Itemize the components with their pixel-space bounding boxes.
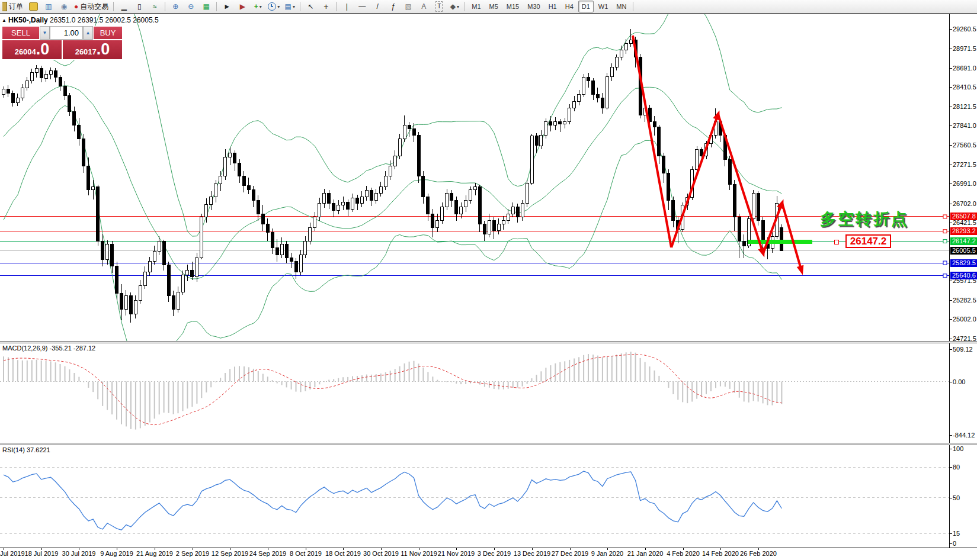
price-tick-label: 27271.5 xyxy=(953,161,976,168)
horizontal-line-button[interactable]: — xyxy=(355,1,369,12)
timeframe-button-MN[interactable]: MN xyxy=(613,1,630,12)
date-tick xyxy=(720,548,721,550)
vertical-line-button[interactable]: | xyxy=(339,1,354,12)
timeframe-button-W1[interactable]: W1 xyxy=(595,1,612,12)
periods-button[interactable]: ▾ xyxy=(266,1,281,12)
buy-price-main: 26017 xyxy=(75,42,97,56)
shapes-icon: ◆ xyxy=(450,2,456,11)
level-line-handle[interactable] xyxy=(834,240,839,244)
price-tick-label: 28691.0 xyxy=(953,65,976,72)
level-price-callout[interactable]: 26147.2 xyxy=(845,234,891,248)
sell-button[interactable]: SELL xyxy=(2,26,40,40)
macd-axis-label: 0.00 xyxy=(953,378,965,385)
autotrading-button[interactable]: ● 自动交易 xyxy=(72,1,110,12)
clock-icon xyxy=(268,2,276,11)
price-tick xyxy=(949,184,952,184)
date-label: 9 Jan 2020 xyxy=(591,550,623,557)
rsi-splitter[interactable] xyxy=(0,443,977,445)
buy-button[interactable]: BUY xyxy=(93,26,123,40)
timeframe-button-D1[interactable]: D1 xyxy=(578,1,594,12)
toolbar-separator xyxy=(633,2,633,11)
rsi-tick xyxy=(949,543,952,544)
sell-price[interactable]: 26004 .0 xyxy=(2,40,62,60)
rsi-panel[interactable] xyxy=(0,445,949,548)
macd-splitter[interactable] xyxy=(0,341,977,343)
timeframe-button-H1[interactable]: H1 xyxy=(545,1,560,12)
timeframe-button-H4[interactable]: H4 xyxy=(562,1,577,12)
auto-scroll-button[interactable]: ▶ xyxy=(235,1,249,12)
timeframe-toolbar: M1M5M15M30H1H4D1W1MN xyxy=(467,1,630,12)
dropdown-icon: ▾ xyxy=(457,4,459,9)
add-indicator-button[interactable]: +▾ xyxy=(251,1,265,12)
toolbar-separator xyxy=(113,2,114,11)
rsi-axis-label: 50 xyxy=(953,494,960,501)
xaxis-border xyxy=(0,548,977,548)
macd-label: MACD(12,26,9) -355.21 -287.12 xyxy=(2,345,95,352)
text-label-button[interactable]: T xyxy=(432,1,446,12)
shapes-button[interactable]: ◆▾ xyxy=(447,1,462,12)
price-tick xyxy=(949,49,952,49)
date-tick xyxy=(155,548,155,550)
chart-window-button[interactable] xyxy=(26,1,40,12)
add-indicator-icon: + xyxy=(254,2,258,11)
main-chart[interactable] xyxy=(0,14,949,341)
trendline-button[interactable]: / xyxy=(370,1,385,12)
price-tick-label: 27841.0 xyxy=(953,122,976,129)
zoom-out-button[interactable]: ⊖ xyxy=(184,1,198,12)
signals-button[interactable]: ◉ xyxy=(57,1,71,12)
fibonacci-button[interactable]: ƒ xyxy=(386,1,400,12)
chart-shift-button[interactable]: ► xyxy=(220,1,234,12)
timeframe-button-M15[interactable]: M15 xyxy=(503,1,523,12)
cursor-button[interactable]: ↖ xyxy=(303,1,318,12)
zoom-out-icon: ⊖ xyxy=(188,2,194,11)
price-tick xyxy=(949,107,952,107)
bar-chart-button[interactable]: ▁ xyxy=(117,1,131,12)
timeframe-button-M1[interactable]: M1 xyxy=(468,1,484,12)
date-tick xyxy=(419,548,419,550)
chart-menu-icon[interactable]: ▲ xyxy=(2,18,7,23)
zoom-in-button[interactable]: ⊕ xyxy=(168,1,182,12)
date-tick xyxy=(494,548,495,550)
date-label: 30 Oct 2019 xyxy=(363,550,399,557)
macd-tick xyxy=(949,382,952,382)
price-line-label: 25640.6 xyxy=(950,272,977,279)
date-tick xyxy=(381,548,382,550)
tile-windows-button[interactable]: ▦ xyxy=(199,1,213,12)
price-line-label: 26005.5 xyxy=(950,247,977,255)
text-button[interactable]: A xyxy=(417,1,431,12)
crosshair-button[interactable]: + xyxy=(319,1,333,12)
market-watch-button[interactable]: ▥ xyxy=(41,1,56,12)
chart-window-icon xyxy=(29,2,38,11)
templates-button[interactable]: ▤▾ xyxy=(283,1,297,12)
sell-price-pips: .0 xyxy=(36,40,50,58)
macd-tick xyxy=(949,349,952,350)
candlestick-chart-button[interactable]: ▯ xyxy=(132,1,146,12)
date-tick xyxy=(570,548,571,550)
line-chart-button[interactable]: ≈ xyxy=(148,1,162,12)
line-chart-icon: ≈ xyxy=(153,2,157,11)
date-tick xyxy=(230,548,230,550)
templates-icon: ▤ xyxy=(285,2,292,11)
new-order-button[interactable]: 订单 xyxy=(1,1,25,12)
price-line-label: 26293.2 xyxy=(950,227,977,235)
channel-button[interactable]: ▧ xyxy=(401,1,415,12)
price-tick xyxy=(949,319,952,320)
date-label: 14 Feb 2020 xyxy=(702,550,739,557)
date-label: 30 Jul 2019 xyxy=(62,550,96,557)
dropdown-icon: ▾ xyxy=(277,4,280,9)
macd-panel[interactable] xyxy=(0,343,949,443)
buy-price[interactable]: 26017 .0 xyxy=(62,40,123,60)
volume-input[interactable] xyxy=(50,26,83,40)
bar-chart-icon: ▁ xyxy=(121,2,127,11)
timeframe-button-M30[interactable]: M30 xyxy=(524,1,543,12)
price-tick-label: 25282.5 xyxy=(953,297,976,304)
date-label: 9 Aug 2019 xyxy=(100,550,133,557)
timeframe-button-M5[interactable]: M5 xyxy=(486,1,502,12)
date-label: 12 Sep 2019 xyxy=(212,550,248,557)
date-tick xyxy=(41,548,42,550)
date-label: 11 Nov 2019 xyxy=(401,550,437,557)
date-tick xyxy=(193,548,193,550)
price-tick xyxy=(949,87,952,88)
volume-decrease-button[interactable]: ▼ xyxy=(40,26,50,40)
volume-increase-button[interactable]: ▲ xyxy=(83,26,93,40)
